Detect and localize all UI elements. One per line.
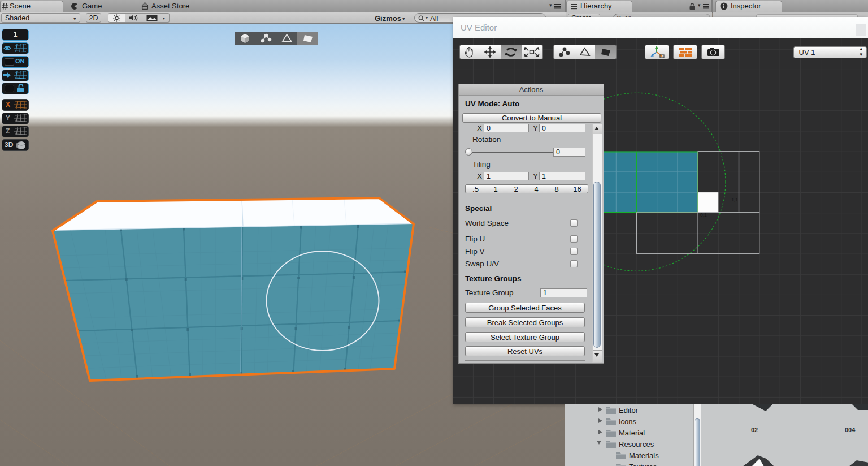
svg-text:0,1: 0,1 <box>700 212 707 218</box>
svg-text:1,1: 1,1 <box>731 197 738 202</box>
